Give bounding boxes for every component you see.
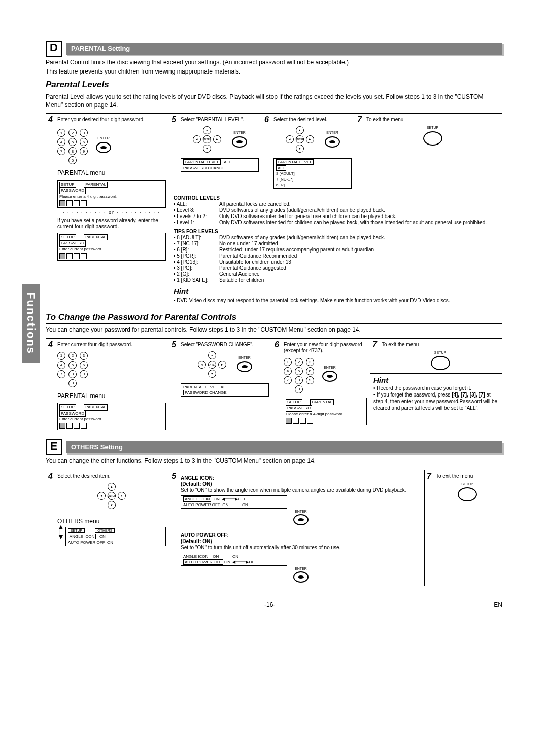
enter-label: ENTER — [325, 131, 340, 135]
osd-others: SETUPOTHERS ANGLE ICON ON AUTO POWER OFF… — [65, 527, 166, 546]
autopower-body: Set to "ON" to turn this unit off automa… — [181, 545, 421, 551]
pw-step6-text: Enter your new four-digit password (exce… — [284, 342, 367, 354]
numeric-keypad[interactable]: 123 456 789 0 — [284, 357, 314, 394]
parental-levels-steps: 4 Enter your desired four-digit password… — [46, 113, 502, 307]
o-step7-num: 7 — [427, 471, 431, 481]
numeric-keypad[interactable]: 123 456 789 0 — [57, 351, 88, 388]
section-d-title: PARENTAL Setting — [66, 43, 502, 55]
section-d-intro2: This feature prevents your children from… — [46, 68, 502, 76]
page-lang: EN — [494, 601, 502, 608]
setup-button[interactable]: SETUP — [366, 126, 499, 145]
page-footer: -16- EN — [46, 601, 502, 608]
nav-cluster[interactable]: ▴ ◂ENTER▸ ▾ — [285, 126, 315, 153]
step5-text: Select "PARENTAL LEVEL". — [181, 117, 259, 123]
pw-step5-num: 5 — [172, 340, 176, 349]
angle-default: (Default: ON) — [181, 481, 421, 487]
nav-cluster[interactable]: ▴ ◂ENTER▸ ▾ — [197, 351, 227, 378]
pw-step4-text: Enter current four-digit password. — [57, 342, 166, 348]
angle-body: Set to "ON" to show the angle icon when … — [181, 487, 421, 493]
pw-hint1: • Record the password in case you forget… — [373, 385, 499, 391]
o-step5-num: 5 — [172, 471, 176, 481]
others-menu-title: OTHERS menu — [57, 518, 166, 525]
pw-parental-menu-title: PARENTAL menu — [57, 392, 166, 400]
updown-icon: ▲│▼ — [57, 525, 64, 546]
section-e-title: OTHERS Setting — [66, 441, 502, 453]
enter-button[interactable]: ENTER — [96, 136, 111, 154]
side-tab-functions: Functions — [22, 284, 40, 363]
pw-step6-num: 6 — [275, 340, 279, 349]
enter-label: ENTER — [237, 356, 252, 360]
step7-num: 7 — [357, 115, 362, 124]
pw-hint-title: Hint — [373, 376, 499, 385]
section-e-header: E OTHERS Setting — [46, 439, 502, 455]
change-pw-desc: You can change your password for parenta… — [46, 326, 502, 334]
o-step4-num: 4 — [48, 471, 53, 481]
step6-text: Select the desired level. — [273, 117, 352, 123]
osd-pw-new: SETUP PARENTAL PASSWORD Please enter a 4… — [284, 398, 367, 425]
section-d-letter: D — [46, 41, 62, 57]
o-step4-text: Select the desired item. — [57, 473, 166, 479]
setup-button[interactable]: SETUP — [382, 351, 499, 370]
step6-num: 6 — [264, 115, 269, 124]
enter-button[interactable]: ENTER — [325, 131, 340, 148]
enter-button[interactable]: ENTER — [322, 366, 337, 383]
enter-label: ENTER — [181, 510, 421, 514]
section-d-intro1: Parental Control limits the disc viewing… — [46, 59, 502, 67]
setup-label: SETUP — [436, 482, 499, 486]
osd-new-password: SETUP PARENTAL PASSWORD Please enter a 4… — [57, 180, 166, 208]
nav-cluster[interactable]: ▴ ◂ENTER▸ ▾ — [192, 126, 222, 153]
section-e-desc: You can change the other functions. Foll… — [46, 457, 502, 465]
angle-icon-title: ANGLE ICON: — [181, 475, 421, 481]
section-e-letter: E — [46, 439, 62, 455]
enter-button[interactable]: ENTER — [232, 131, 247, 148]
setup-label: SETUP — [366, 126, 499, 130]
enter-button[interactable] — [293, 571, 309, 583]
step4-text: Enter your desired four-digit password. — [57, 117, 166, 123]
osd-current-password: SETUP PARENTAL PASSWORD Enter current pa… — [57, 233, 166, 261]
pw-step7-text: To exit the menu — [382, 342, 499, 348]
step4-num: 4 — [48, 115, 53, 124]
control-levels-list: • ALL:All parental locks are cancelled.•… — [174, 201, 498, 226]
control-levels-title: CONTROL LEVELS — [174, 195, 498, 201]
osd-angle: ANGLE ICON ON ◀━━━━▶OFF AUTO POWER OFF O… — [181, 495, 287, 509]
autopower-default: (Default: ON) — [181, 538, 421, 545]
enter-label: ENTER — [96, 136, 111, 140]
change-pw-steps: 4 Enter current four-digit password. 123… — [46, 338, 502, 435]
section-d-header: D PARENTAL Setting — [46, 41, 502, 57]
tips-title: TIPS FOR LEVELS — [174, 229, 498, 235]
enter-label: ENTER — [232, 131, 247, 135]
nav-cluster[interactable]: ▴ ◂ENTER▸ ▾ — [97, 482, 126, 510]
page-number: -16- — [264, 601, 275, 608]
pw-step7-num: 7 — [372, 340, 377, 349]
setup-button[interactable]: SETUP — [436, 482, 499, 501]
osd-pw-change: PARENTAL LEVEL ALL PASSWORD CHANGE — [181, 383, 269, 397]
or-separator: · · · · · · · · · · or · · · · · · · · ·… — [57, 210, 166, 215]
osd-pw-current: SETUP PARENTAL PASSWORD Enter current pa… — [57, 403, 166, 430]
step7-text: To exit the menu — [366, 117, 499, 123]
pw-step5-text: Select "PASSWORD CHANGE". — [181, 342, 269, 348]
osd-parental-level: PARENTAL LEVEL ALL PASSWORD CHANGE — [181, 158, 259, 171]
step5-num: 5 — [172, 115, 176, 124]
enter-label: ENTER — [322, 366, 337, 370]
osd-select-level: PARENTAL LEVEL ALL 8 [ADULT] 7 [NC-17] 6… — [273, 158, 352, 189]
others-steps: 4 Select the desired item. ▴ ◂ENTER▸ ▾ O… — [46, 470, 502, 586]
parental-menu-title: PARENTAL menu — [57, 169, 166, 176]
parental-levels-heading: Parental Levels — [46, 80, 502, 91]
enter-button[interactable]: ENTER — [237, 356, 252, 373]
enter-button[interactable] — [293, 514, 309, 525]
pw-hint2: • If you forget the password, press [4],… — [373, 391, 499, 411]
or-text: If you have set a password already, ente… — [57, 218, 166, 230]
numeric-keypad[interactable]: 123 456 789 0 — [57, 128, 88, 165]
hint-body: • DVD-Video discs may not respond to the… — [174, 297, 498, 304]
setup-label: SETUP — [382, 351, 499, 355]
hint-title: Hint — [174, 286, 498, 296]
enter-label: ENTER — [181, 567, 421, 571]
change-pw-heading: To Change the Password for Parental Cont… — [46, 312, 502, 324]
o-step7-text: To exit the menu — [436, 473, 499, 479]
pw-step4-num: 4 — [48, 340, 53, 349]
autopower-title: AUTO POWER OFF: — [181, 532, 421, 538]
tips-list: • 8 [ADULT]:DVD softwares of any grades … — [174, 235, 498, 283]
parental-levels-desc: Parental Level allows you to set the rat… — [46, 93, 502, 109]
osd-autopower: ANGLE ICON ON ON AUTO POWER OFF ON ◀━━━━… — [181, 553, 287, 566]
